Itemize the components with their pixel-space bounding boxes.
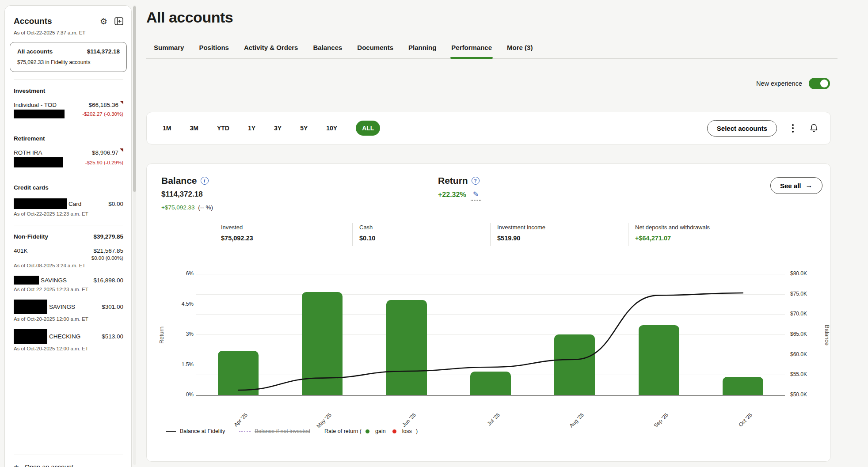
range-3y[interactable]: 3Y xyxy=(274,125,282,132)
sidebar-group-retirement: RetirementROTH IRA$8,906.97-$25.90 (-0.2… xyxy=(14,127,123,176)
xlabel-aug-25: Aug '25 xyxy=(553,412,585,444)
balance-change: +$75,092.33 (-- %) xyxy=(161,204,213,211)
info-icon[interactable]: i xyxy=(201,177,209,185)
bell-icon[interactable] xyxy=(809,123,819,133)
account-row-401k[interactable]: 401K$21,567.85$0.00 (0.00%)As of Oct-08-… xyxy=(14,247,123,268)
toggle-knob xyxy=(820,80,828,87)
balance-change-amount: +$75,092.33 xyxy=(161,204,194,211)
summary-label: All accounts xyxy=(17,48,53,55)
open-account-label: Open an account xyxy=(25,463,73,467)
question-icon[interactable]: ? xyxy=(472,177,480,185)
gear-icon[interactable]: ⚙ xyxy=(100,17,107,26)
summary-subtext: $75,092.33 in Fidelity accounts xyxy=(17,59,120,65)
page-title: All accounts xyxy=(146,9,233,26)
range-1m[interactable]: 1M xyxy=(163,125,171,132)
sidebar-group-value: $39,279.85 xyxy=(93,233,123,240)
account-name: Individual - TOD xyxy=(14,102,57,108)
edit-pencil-icon: ✎ xyxy=(473,191,479,198)
edit-return-button[interactable]: ✎ xyxy=(471,191,481,201)
return-label: Return xyxy=(438,175,468,186)
kebab-menu-icon[interactable] xyxy=(790,122,796,134)
account-value: $16,898.00 xyxy=(93,277,123,284)
legend-balance-line[interactable]: Balance at Fidelity xyxy=(166,428,225,434)
return-value: +22.32% xyxy=(438,191,466,199)
left-tick-0: 0% xyxy=(186,391,194,398)
account-value: $301.00 xyxy=(102,304,123,310)
balance-line xyxy=(196,274,785,395)
account-row-savings[interactable]: SAVINGS$16,898.00As of Oct-22-2025 12:23… xyxy=(14,276,123,292)
line-swatch-icon xyxy=(166,431,176,432)
legend-rate-of-return[interactable]: Rate of return (gainloss) xyxy=(324,428,418,434)
account-as-of: As of Oct-20-2025 12:00 a.m. ET xyxy=(14,316,123,322)
new-experience-toggle[interactable] xyxy=(809,78,830,89)
xlabel-oct-25: Oct '25 xyxy=(722,412,754,444)
tab-summary[interactable]: Summary xyxy=(154,41,184,58)
account-as-of: As of Oct-08-2025 3:24 a.m. ET xyxy=(14,263,123,268)
sidebar-group-header: Credit cards xyxy=(14,183,123,191)
account-change: -$202.27 (-0.30%) xyxy=(82,111,123,117)
account-row-card[interactable]: Card$0.00As of Oct-22-2025 12:23 a.m. ET xyxy=(14,198,123,216)
account-row-individual-tod[interactable]: Individual - TOD$66,185.36-$202.27 (-0.3… xyxy=(14,102,123,118)
select-accounts-button[interactable]: Select accounts xyxy=(707,120,777,137)
tab-more-3[interactable]: More (3) xyxy=(507,41,533,58)
sidebar-group-title: Credit cards xyxy=(14,184,49,191)
account-groups: InvestmentIndividual - TOD$66,185.36-$20… xyxy=(14,79,123,360)
account-row-roth-ira[interactable]: ROTH IRA$8,906.97-$25.90 (-0.29%) xyxy=(14,149,123,167)
dotted-swatch-icon xyxy=(239,431,251,432)
tab-balances[interactable]: Balances xyxy=(313,41,342,58)
range-3m[interactable]: 3M xyxy=(190,125,198,132)
stat-value: $519.90 xyxy=(497,235,625,242)
redacted-account-number xyxy=(14,157,63,167)
range-5y[interactable]: 5Y xyxy=(300,125,308,132)
accounts-sidebar: Accounts ⚙ As of Oct-22-2025 7:37 a.m. E… xyxy=(4,5,132,467)
legend-not-invested-label: Balance if not invested xyxy=(255,428,310,434)
sidebar-scrollbar-thumb[interactable] xyxy=(133,6,136,192)
tab-documents[interactable]: Documents xyxy=(357,41,393,58)
gain-dot-icon xyxy=(365,429,369,433)
account-name: ROTH IRA xyxy=(14,149,42,156)
account-as-of: As of Oct-22-2025 12:23 a.m. ET xyxy=(14,211,123,216)
loss-dot-icon xyxy=(392,429,396,433)
account-name: SAVINGS xyxy=(41,277,67,284)
open-account-button[interactable]: + Open an account xyxy=(14,455,123,467)
sidebar-scrollbar[interactable] xyxy=(133,5,136,465)
balance-label: Balance xyxy=(161,175,197,186)
right-tick-80-0k: $80.0K xyxy=(790,270,807,277)
range-all[interactable]: ALL xyxy=(356,121,380,136)
stat-invested: Invested$75,092.23 xyxy=(221,224,349,242)
left-tick-1-5: 1.5% xyxy=(182,361,194,368)
collapse-panel-icon[interactable] xyxy=(114,17,123,25)
tab-performance[interactable]: Performance xyxy=(451,41,492,58)
tab-planning[interactable]: Planning xyxy=(408,41,436,58)
range-10y[interactable]: 10Y xyxy=(326,125,337,132)
sidebar-as-of: As of Oct-22-2025 7:37 a.m. ET xyxy=(14,30,123,35)
legend-not-invested[interactable]: Balance if not invested xyxy=(239,428,310,434)
range-ytd[interactable]: YTD xyxy=(217,125,229,132)
right-axis-title: Balance xyxy=(824,325,830,346)
account-row-checking[interactable]: CHECKING$513.00As of Oct-20-2025 12:00 a… xyxy=(14,329,123,351)
stat-label: Investment income xyxy=(497,224,625,231)
account-row-savings[interactable]: SAVINGS$301.00As of Oct-20-2025 12:00 a.… xyxy=(14,300,123,322)
tab-positions[interactable]: Positions xyxy=(199,41,229,58)
left-tick-6: 6% xyxy=(186,270,194,277)
legend-balance-line-label: Balance at Fidelity xyxy=(180,428,225,434)
right-tick-65-0k: $65.0K xyxy=(790,331,807,337)
stat-label: Cash xyxy=(359,224,487,231)
sidebar-group-header: Retirement xyxy=(14,134,123,142)
sidebar-group-investment: InvestmentIndividual - TOD$66,185.36-$20… xyxy=(14,79,123,127)
tab-activity-orders[interactable]: Activity & Orders xyxy=(244,41,298,58)
legend-loss-label: loss xyxy=(402,428,412,434)
sidebar-group-non-fidelity: Non-Fidelity$39,279.85401K$21,567.85$0.0… xyxy=(14,225,123,360)
account-value: $513.00 xyxy=(102,333,123,340)
sidebar-group-title: Retirement xyxy=(14,135,45,142)
plus-icon: + xyxy=(14,463,19,467)
chart-plot-area: Apr '25May '25Jun '25Jul '25Aug '25Sep '… xyxy=(196,274,785,395)
right-tick-75-0k: $75.0K xyxy=(790,291,807,297)
sidebar-title: Accounts xyxy=(14,16,52,26)
range-1y[interactable]: 1Y xyxy=(248,125,255,132)
performance-chart-card: Balance i $114,372.18 +$75,092.33 (-- %)… xyxy=(146,163,831,462)
time-range-card: 1M3MYTD1Y3Y5Y10YALL Select accounts xyxy=(146,112,831,144)
see-all-button[interactable]: See all → xyxy=(770,177,822,194)
all-accounts-summary-card[interactable]: All accounts $114,372.18 $75,092.33 in F… xyxy=(10,42,127,72)
account-as-of: As of Oct-22-2025 12:23 a.m. ET xyxy=(14,287,123,292)
